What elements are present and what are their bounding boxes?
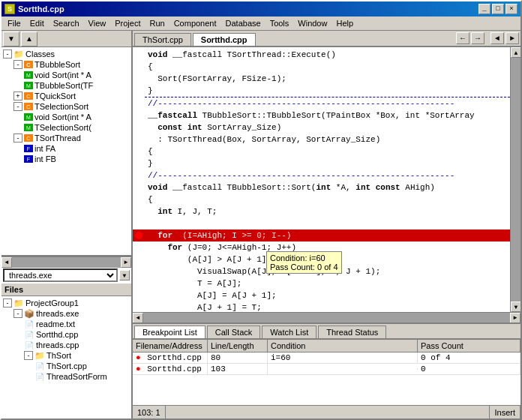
menu-component[interactable]: Component: [170, 18, 221, 28]
code-hscroll-left[interactable]: ◄: [133, 313, 143, 323]
files-sortthd[interactable]: 📄 Sortthd.cpp: [3, 329, 130, 340]
tree-tbubblesort-ctor[interactable]: M TBubbleSort(TF: [3, 80, 130, 91]
tree-hscroll-track[interactable]: [12, 257, 121, 268]
tree-tsortthread[interactable]: - C TSortThread: [3, 133, 130, 143]
menu-help[interactable]: Help: [332, 18, 358, 28]
tree-btn-1[interactable]: ▼: [3, 32, 20, 46]
menu-search[interactable]: Search: [49, 18, 84, 28]
tree-tbubblesort-sort[interactable]: M void Sort(int * A: [3, 70, 130, 80]
files-threadsortform[interactable]: 📄 ThreadSortForm: [3, 371, 130, 382]
bp-row1-condition: i=60: [268, 352, 418, 363]
class-icon-tquicksort: C: [24, 92, 33, 100]
files-threads-cpp[interactable]: 📄 threads.cpp: [3, 340, 130, 350]
dropdown-arrow[interactable]: ▼: [119, 270, 130, 280]
title-bar: S Sortthd.cpp _ □ ×: [2, 2, 520, 16]
gutter-highlighted: [133, 230, 145, 242]
file-icon-sortthd: 📄: [24, 330, 34, 339]
tree-tselectionsort-ctor[interactable]: M TSelectionSort(: [3, 122, 130, 133]
tree-hscroll-left[interactable]: ◄: [2, 257, 12, 268]
code-hscroll-right[interactable]: ►: [510, 313, 520, 323]
breakpoint-row-2[interactable]: ● Sortthd.cpp 103 0: [133, 364, 520, 375]
tab-thsort[interactable]: ThSort.cpp: [134, 33, 191, 46]
menu-run[interactable]: Run: [145, 18, 169, 28]
tab-forward-button[interactable]: →: [471, 32, 484, 44]
tab-navigation: ← → ◄ ►: [456, 32, 519, 46]
code-line-4: }: [133, 85, 510, 97]
close-button[interactable]: ×: [506, 4, 518, 14]
title-bar-left: S Sortthd.cpp: [4, 4, 64, 14]
status-position: 103: 1: [133, 406, 166, 418]
scope-dropdown[interactable]: threads.exe: [3, 268, 118, 282]
tree-label-ctor2: TSelectionSort(: [34, 123, 92, 132]
files-thsort-cpp[interactable]: 📄 ThSort.cpp: [3, 361, 130, 371]
code-line-1: void __fastcall TSortThread::Execute(): [133, 49, 510, 61]
tree-hscroll[interactable]: ◄ ►: [2, 256, 131, 267]
tree-tsortthread-fa[interactable]: F int FA: [3, 143, 130, 154]
tab-breakpoint-list[interactable]: Breakpoint List: [134, 326, 206, 338]
gutter-8: [133, 134, 145, 146]
expand-thsort[interactable]: -: [24, 351, 33, 360]
menu-window[interactable]: Window: [293, 18, 332, 28]
file-icon-thsort: 📄: [34, 362, 45, 370]
code-hscroll[interactable]: ◄ ►: [133, 312, 520, 322]
tab-watch-list[interactable]: Watch List: [262, 326, 316, 338]
files-threads-exe[interactable]: - 📦 threads.exe: [3, 308, 130, 319]
tree-tselectionsort-sort[interactable]: M void Sort(int * A: [3, 112, 130, 122]
gutter-14: [133, 206, 145, 218]
menu-view[interactable]: View: [84, 18, 111, 28]
expand-tbubblesort[interactable]: -: [14, 60, 22, 69]
minimize-button[interactable]: _: [478, 4, 490, 14]
files-label-thsort-cpp: ThSort.cpp: [46, 362, 87, 370]
code-text-10: }: [145, 158, 510, 170]
tree-tbubblesort[interactable]: - C TBubbleSort: [3, 59, 130, 70]
code-hscroll-track[interactable]: [143, 313, 510, 323]
menu-tools[interactable]: Tools: [266, 18, 294, 28]
tab-back-button[interactable]: ←: [456, 32, 470, 44]
expand-threads-exe[interactable]: -: [14, 309, 22, 318]
method-icon-1: M: [24, 71, 33, 79]
expand-tsortthread[interactable]: -: [14, 134, 22, 142]
code-text-21: A[J] = A[J + 1];: [145, 290, 510, 302]
tree-classes-root[interactable]: - 📁 Classes: [3, 49, 130, 59]
menu-project[interactable]: Project: [110, 18, 145, 28]
vscroll-track[interactable]: [511, 58, 520, 302]
vscroll-down[interactable]: ▼: [511, 302, 520, 312]
code-text-sep1: //--------------------------------------…: [145, 97, 510, 110]
expand-classes[interactable]: -: [3, 50, 12, 58]
tab-nav-right[interactable]: ►: [506, 32, 519, 44]
tab-thread-status[interactable]: Thread Status: [318, 326, 386, 338]
menu-file[interactable]: File: [3, 18, 26, 28]
files-thsort-folder[interactable]: - 📁 ThSort: [3, 350, 130, 361]
vscroll-up[interactable]: ▲: [511, 47, 520, 58]
tree-tsortthread-fb[interactable]: F int FB: [3, 154, 130, 164]
tab-nav-left[interactable]: ◄: [490, 32, 504, 44]
tree-hscroll-right[interactable]: ►: [121, 257, 131, 268]
files-label-threads: threads.exe: [36, 309, 79, 318]
expand-tselectionsort[interactable]: -: [14, 102, 22, 111]
tab-call-stack[interactable]: Call Stack: [207, 326, 261, 338]
menu-bar: File Edit Search View Project Run Compon…: [2, 16, 520, 31]
files-label-sortthd: Sortthd.cpp: [36, 330, 78, 339]
code-scroll-area[interactable]: void __fastcall TSortThread::Execute() {…: [133, 47, 510, 312]
code-line-2: {: [133, 61, 510, 73]
gutter-15: [133, 218, 145, 230]
code-line-8: : TSortThread(Box, SortArray, SortArray_…: [133, 134, 510, 146]
tree-tquicksort[interactable]: + C TQuickSort: [3, 91, 130, 101]
files-readme[interactable]: 📄 readme.txt: [3, 319, 130, 329]
files-projectgroup1[interactable]: - 📁 ProjectGroup1: [3, 298, 130, 308]
code-line-6: __fastcall TBubbleSort::TBubbleSort(TPai…: [133, 110, 510, 122]
expand-projectgroup[interactable]: -: [3, 298, 12, 308]
tree-label-sort2: void Sort(int * A: [34, 112, 92, 122]
status-empty: [166, 406, 490, 418]
expand-tquicksort[interactable]: +: [14, 92, 22, 100]
maximize-button[interactable]: □: [492, 4, 504, 14]
code-separator-1: //--------------------------------------…: [133, 97, 510, 110]
menu-database[interactable]: Database: [221, 18, 266, 28]
tree-btn-2[interactable]: ▲: [21, 32, 38, 46]
files-content: - 📁 ProjectGroup1 - 📦 threads.exe 📄 read…: [2, 296, 131, 418]
gutter-4: [133, 85, 145, 97]
tree-tselectionsort[interactable]: - C TSelectionSort: [3, 101, 130, 112]
tab-sortthd[interactable]: Sortthd.cpp: [193, 33, 256, 46]
breakpoint-row-1[interactable]: ● Sortthd.cpp 80 i=60 0 of 4: [133, 352, 520, 364]
menu-edit[interactable]: Edit: [26, 18, 49, 28]
